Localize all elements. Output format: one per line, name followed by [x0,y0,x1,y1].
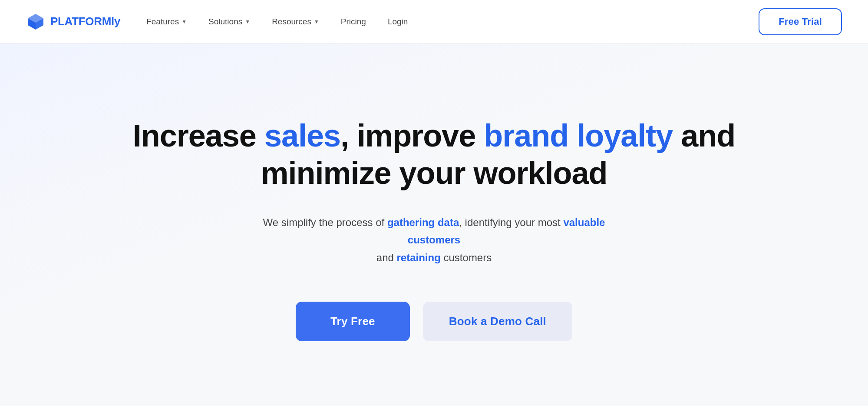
navbar-right: Free Trial [759,8,842,35]
login-link[interactable]: Login [388,17,408,27]
nav-item-features[interactable]: Features ▼ [146,17,187,27]
hero-subtitle-highlight3: retaining [397,252,441,263]
nav-links: Features ▼ Solutions ▼ Resources ▼ Prici… [146,17,408,27]
logo[interactable]: PLATFORMly [26,12,120,31]
hero-title-highlight1: sales [264,118,340,153]
hero-subtitle-highlight1: gathering data [387,216,459,228]
hero-subtitle-part4: customers [441,252,492,263]
pricing-link[interactable]: Pricing [341,17,366,27]
solutions-dropdown-arrow: ▼ [245,19,250,25]
hero-subtitle: We simplify the process of gathering dat… [239,214,630,267]
features-dropdown-arrow: ▼ [182,19,187,25]
hero-title-highlight2: brand loyalty [484,118,673,153]
hero-subtitle-part1: We simplify the process of [263,216,387,228]
hero-section: Increase sales, improve brand loyalty an… [0,43,868,406]
nav-item-login[interactable]: Login [388,17,408,27]
hero-subtitle-part2: , identifying your most [459,216,563,228]
navbar: PLATFORMly Features ▼ Solutions ▼ Resour… [0,0,868,43]
nav-item-resources[interactable]: Resources ▼ [272,17,319,27]
resources-link[interactable]: Resources [272,17,311,27]
hero-buttons: Try Free Book a Demo Call [296,302,572,341]
nav-item-solutions[interactable]: Solutions ▼ [208,17,250,27]
hero-title-part1: Increase [133,118,264,153]
nav-item-pricing[interactable]: Pricing [341,17,366,27]
hero-title: Increase sales, improve brand loyalty an… [130,117,738,192]
hero-title-part2: , improve [340,118,484,153]
hero-subtitle-part3: and [376,252,397,263]
logo-icon [26,12,45,31]
try-free-button[interactable]: Try Free [296,302,410,341]
features-link[interactable]: Features [146,17,179,27]
resources-dropdown-arrow: ▼ [314,19,319,25]
logo-text: PLATFORMly [50,15,120,28]
book-demo-button[interactable]: Book a Demo Call [423,302,572,341]
solutions-link[interactable]: Solutions [208,17,242,27]
free-trial-button[interactable]: Free Trial [759,8,842,35]
navbar-left: PLATFORMly Features ▼ Solutions ▼ Resour… [26,12,408,31]
